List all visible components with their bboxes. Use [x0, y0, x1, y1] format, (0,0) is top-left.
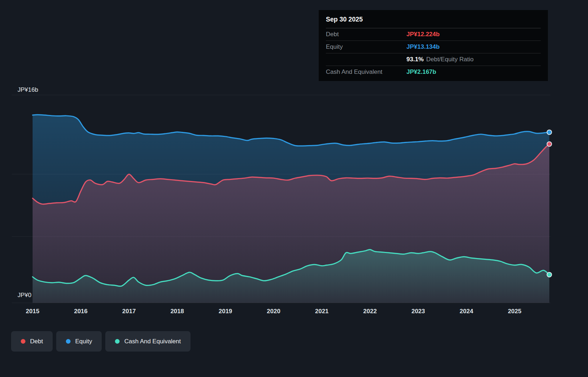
x-axis-label-2018: 2018	[170, 308, 184, 315]
debt-legend-dot	[21, 339, 25, 344]
legend-item-debt[interactable]: Debt	[11, 331, 53, 352]
tooltip-row-equity: Equity JP¥13.134b	[326, 41, 541, 53]
x-axis-label-2019: 2019	[219, 308, 232, 315]
tooltip-date: Sep 30 2025	[326, 16, 541, 28]
y-axis-label-top: JP¥16b	[18, 86, 38, 94]
tooltip-row-cash: Cash And Equivalent JP¥2.167b	[326, 66, 541, 78]
tooltip-equity-label: Equity	[326, 43, 406, 51]
x-axis-label-2023: 2023	[411, 308, 425, 315]
tooltip-cash-value: JP¥2.167b	[406, 68, 436, 76]
debt-endpoint-marker	[547, 142, 552, 146]
x-axis-label-2024: 2024	[460, 308, 473, 315]
x-axis-label-2025: 2025	[508, 308, 521, 315]
x-axis-label-2015: 2015	[26, 308, 39, 315]
tooltip-cash-label: Cash And Equivalent	[326, 68, 406, 76]
x-axis-label-2021: 2021	[315, 308, 329, 315]
equity-endpoint-marker	[547, 130, 552, 134]
tooltip-row-debt: Debt JP¥12.224b	[326, 28, 541, 41]
legend-label: Equity	[75, 338, 92, 345]
legend-label: Debt	[30, 338, 43, 345]
cash-and-equivalent-endpoint-marker	[547, 272, 552, 277]
tooltip-debt-value: JP¥12.224b	[406, 31, 440, 38]
x-axis-label-2022: 2022	[363, 308, 377, 315]
tooltip-ratio-label: Debt/Equity Ratio	[426, 56, 473, 63]
tooltip-debt-label: Debt	[326, 31, 406, 38]
x-axis-label-2017: 2017	[122, 308, 136, 315]
chart-legend: DebtEquityCash And Equivalent	[11, 331, 191, 352]
chart-tooltip: Sep 30 2025 Debt JP¥12.224b Equity JP¥13…	[319, 10, 548, 81]
y-axis-label-bottom: JP¥0	[18, 292, 32, 299]
cash-and-equivalent-legend-dot	[115, 339, 120, 344]
legend-item-cash-and-equivalent[interactable]: Cash And Equivalent	[105, 331, 191, 352]
x-axis-label-2016: 2016	[74, 308, 88, 315]
legend-item-equity[interactable]: Equity	[56, 331, 102, 352]
tooltip-ratio-value: 93.1%	[406, 56, 424, 63]
tooltip-row-ratio: 93.1% Debt/Equity Ratio	[326, 53, 541, 66]
equity-legend-dot	[66, 339, 71, 344]
x-axis-label-2020: 2020	[267, 308, 280, 315]
legend-label: Cash And Equivalent	[124, 338, 181, 345]
tooltip-equity-value: JP¥13.134b	[406, 43, 440, 51]
